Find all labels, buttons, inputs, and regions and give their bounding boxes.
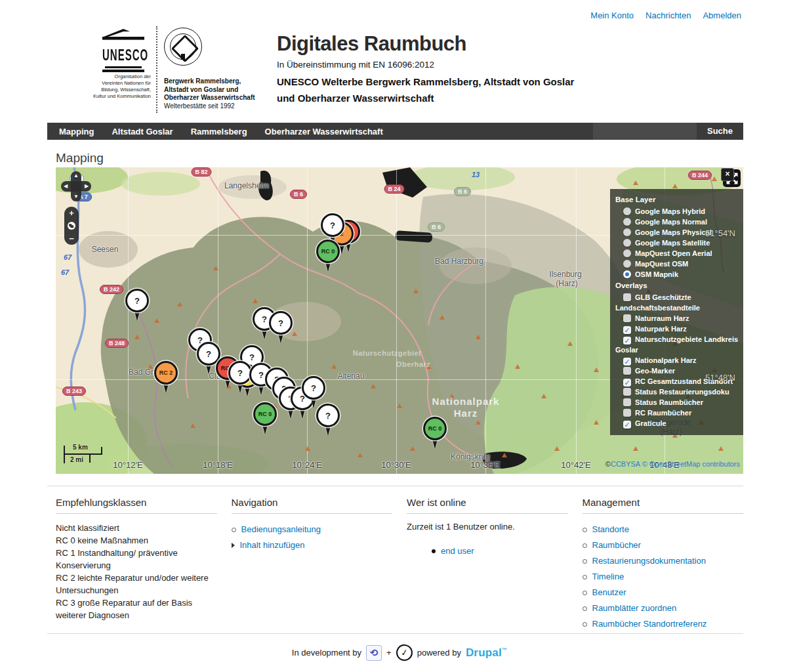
nav-item-altstadt-goslar[interactable]: Altstadt Goslar (112, 127, 173, 136)
divider-dotted (156, 26, 157, 113)
unesco-wordmark: UNESCO (102, 37, 144, 70)
checkbox-icon[interactable] (623, 388, 631, 396)
marker-head-icon[interactable]: ? (125, 289, 149, 312)
user-menu-link[interactable]: Mein Konto (590, 10, 634, 20)
layer-panel-close-button[interactable]: × (721, 168, 734, 181)
management-link[interactable]: Benutzer (592, 585, 626, 600)
copyright-symbol: © (605, 460, 611, 468)
checkbox-icon[interactable]: ✓ (623, 326, 631, 334)
checkbox-icon[interactable]: ✓ (623, 421, 631, 429)
checkbox-icon[interactable] (623, 314, 631, 322)
peak-icon (672, 184, 678, 188)
footer-col-empfehlungsklassen: Empfehlungsklassen Nicht klassifiziertRC… (56, 497, 217, 632)
overlay-option[interactable]: ✓Nationalpark Harz (615, 355, 739, 366)
radio-icon[interactable] (623, 260, 631, 268)
radio-icon[interactable] (623, 270, 631, 278)
overlay-option[interactable]: GLB Geschützte Landschaftsbestandteile (615, 292, 739, 313)
zoom-control[interactable]: + − (64, 207, 79, 245)
osm-link[interactable]: © OpenStreetMap contributors (642, 460, 740, 468)
pan-up-arrow[interactable]: ▲ (73, 173, 79, 178)
online-user-link[interactable]: end user (441, 543, 474, 559)
marker-head-icon[interactable]: RC 0 (423, 417, 447, 440)
map-marker[interactable]: RC 0 (253, 402, 277, 426)
zoom-out-button[interactable]: − (69, 234, 74, 243)
checkbox-icon[interactable] (623, 293, 631, 301)
checkbox-icon[interactable] (623, 409, 631, 417)
map-marker[interactable]: ? (302, 376, 325, 400)
footer-col-navigation: Navigation BedienungsanleitungInhalt hin… (232, 497, 393, 632)
nav-item-oberharzer-wasserwirtschaft[interactable]: Oberharzer Wasserwirtschaft (265, 127, 383, 136)
management-link[interactable]: Standorte (592, 522, 629, 537)
management-link[interactable]: Raumblätter zuordnen (592, 600, 677, 616)
overlay-option[interactable]: Status Restaurierungsdoku (615, 387, 739, 397)
map-marker[interactable]: RC 2 (154, 361, 178, 385)
radio-icon[interactable] (623, 239, 631, 247)
base-layer-option[interactable]: OSM Mapnik (615, 269, 739, 280)
search-input[interactable] (593, 123, 697, 140)
management-link[interactable]: Raumbücher Standortreferenz (592, 616, 707, 632)
checkbox-icon[interactable]: ✓ (623, 379, 631, 387)
nav-item-rammelsberg[interactable]: Rammelsberg (191, 127, 247, 136)
footer-nav-link[interactable]: Bedienungsanleitung (241, 522, 321, 537)
map-marker[interactable]: RC 0 (316, 240, 340, 263)
peak-icon (554, 446, 560, 451)
checkbox-icon[interactable] (623, 367, 631, 375)
management-link[interactable]: Timeline (592, 569, 625, 585)
base-layer-option[interactable]: MapQuest Open Aerial (615, 248, 739, 259)
zoom-in-button[interactable]: + (69, 209, 74, 217)
marker-head-icon[interactable]: RC 2 (154, 361, 178, 385)
graticule-lon-label: 10°30'E (381, 460, 411, 470)
management-link[interactable]: Raumbücher (592, 537, 641, 553)
checkbox-icon[interactable] (623, 398, 631, 406)
world-heritage-since: Welterbestätte seit 1992 (164, 102, 276, 111)
radio-icon[interactable] (623, 207, 631, 215)
overlay-option[interactable]: Naturraum Harz (615, 313, 739, 324)
marker-head-icon[interactable]: RC 0 (316, 240, 340, 263)
graticule-line (128, 167, 129, 474)
overlay-option[interactable]: ✓Naturschutzgebiete Landkreis Goslar (615, 334, 739, 355)
marker-head-icon[interactable]: ? (269, 311, 293, 335)
marker-head-icon[interactable]: ? (316, 404, 340, 427)
footer-nav-link[interactable]: Inhalt hinzufügen (240, 537, 305, 553)
radio-icon[interactable] (623, 228, 631, 236)
zoom-world-icon[interactable] (67, 221, 76, 230)
unesco-roof-icon (104, 29, 143, 37)
map-marker[interactable]: RC 0 (423, 417, 447, 440)
map-marker[interactable]: ? (269, 311, 293, 335)
radio-icon[interactable] (623, 218, 631, 226)
map-marker[interactable]: ? (321, 213, 344, 237)
marker-head-icon[interactable]: ? (302, 376, 325, 400)
map-marker[interactable]: ? (316, 404, 340, 427)
circle-bullet-icon (583, 591, 587, 595)
base-layer-option[interactable]: Google Maps Satellite (615, 238, 739, 248)
overlay-label: Naturpark Harz (635, 325, 687, 333)
overlay-option[interactable]: ✓Graticule (615, 418, 739, 429)
site-subtitle-2: UNESCO Welterbe Bergwerk Rammelsberg, Al… (277, 74, 585, 106)
pan-right-arrow[interactable]: ▶ (85, 184, 89, 189)
user-menu-link[interactable]: Nachrichten (645, 10, 691, 20)
management-link[interactable]: Restaurierungsdokumentation (592, 553, 706, 569)
pan-left-arrow[interactable]: ◀ (64, 184, 68, 189)
nav-item-mapping[interactable]: Mapping (59, 127, 94, 136)
checkbox-icon[interactable]: ✓ (623, 337, 631, 345)
overlay-option[interactable]: RC Raumbücher (615, 408, 739, 418)
base-layer-option[interactable]: MapQuest OSM (615, 259, 739, 269)
overlay-option[interactable]: ✓Naturpark Harz (615, 324, 739, 334)
pan-down-arrow[interactable]: ▼ (73, 194, 79, 200)
marker-head-icon[interactable]: ? (228, 361, 252, 385)
search-button[interactable]: Suche (697, 123, 743, 140)
map-marker[interactable]: ? (125, 289, 149, 312)
peak-icon (292, 331, 297, 336)
radio-icon[interactable] (623, 249, 631, 257)
pan-control[interactable]: ▲ ▼ ◀ ▶ (61, 171, 91, 201)
marker-head-icon[interactable]: RC 0 (253, 402, 277, 426)
checkbox-icon[interactable]: ✓ (623, 358, 631, 366)
overlay-option[interactable]: Status Raumbücher (615, 397, 739, 408)
base-layer-option[interactable]: Google Maps Normal (615, 217, 739, 227)
marker-head-icon[interactable]: ? (321, 213, 344, 237)
ccbysa-link[interactable]: CCBYSA (611, 460, 640, 468)
user-menu-link[interactable]: Abmelden (703, 10, 741, 20)
base-layer-option[interactable]: Google Maps Hybrid (615, 206, 739, 217)
map-marker[interactable]: ? (228, 361, 252, 385)
map-canvas[interactable]: 10°12'E10°18'E10°24'E10°30'E10°36'E10°42… (56, 167, 743, 474)
